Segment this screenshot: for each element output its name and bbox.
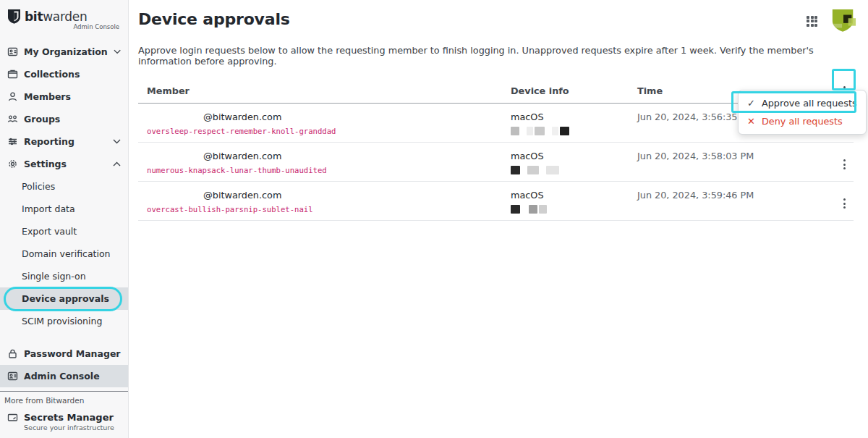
wordmark-light: warden — [43, 9, 87, 24]
main-content: Device approvals Approve login requests … — [129, 0, 868, 438]
page-description: Approve login requests below to allow th… — [138, 45, 854, 67]
deny-all-requests-menu-item[interactable]: ✕ Deny all requests — [739, 112, 866, 130]
collections-icon — [7, 69, 18, 80]
redacted-device-detail — [511, 126, 637, 135]
secrets-manager-subtitle: Secure your infrastructure — [7, 424, 121, 431]
sidebar-item-label: My Organization — [24, 46, 108, 57]
sidebar-item-password-manager[interactable]: Password Manager — [0, 342, 128, 365]
sidebar-item-domain-verification[interactable]: Domain verification — [0, 243, 128, 265]
sidebar-item-label: Policies — [22, 181, 55, 192]
device-fingerprint-phrase: oversleep-respect-remember-knoll-grandda… — [147, 127, 511, 135]
sidebar-item-label: Device approvals — [22, 293, 109, 304]
sidebar-item-collections[interactable]: Collections — [0, 63, 128, 85]
avatar[interactable] — [830, 7, 856, 35]
page-title: Device approvals — [138, 10, 854, 28]
person-icon — [7, 91, 18, 102]
sidebar-item-label: Export vault — [22, 226, 77, 237]
product-switcher: Password Manager Admin Console — [0, 342, 128, 387]
menu-item-label: Deny all requests — [762, 116, 843, 127]
more-from-bitwarden-label: More from Bitwarden — [0, 392, 128, 408]
reporting-icon — [7, 136, 18, 147]
menu-item-label: Approve all requests — [762, 98, 857, 109]
sidebar-item-device-approvals[interactable]: Device approvals — [0, 287, 128, 310]
sidebar-item-import-data[interactable]: Import data — [0, 198, 128, 220]
chevron-down-icon — [113, 139, 121, 144]
sidebar-item-admin-console[interactable]: Admin Console — [0, 365, 128, 387]
sidebar-item-label: Import data — [22, 203, 75, 214]
console-icon — [7, 371, 18, 382]
bulk-actions-dropdown: ✓ Approve all requests ✕ Deny all reques… — [738, 90, 867, 135]
sidebar-item-reporting[interactable]: Reporting — [0, 130, 128, 153]
device-fingerprint-phrase: numerous-knapsack-lunar-thumb-unaudited — [147, 166, 511, 174]
member-email: @bitwarden.com — [147, 151, 511, 161]
sidebar-item-members[interactable]: Members — [0, 85, 128, 108]
row-options-kebab-menu[interactable] — [835, 155, 854, 174]
sidebar-item-label: Groups — [24, 114, 60, 125]
secrets-manager-icon — [7, 412, 18, 423]
redacted-device-detail — [511, 165, 637, 174]
sidebar-item-label: Password Manager — [24, 348, 121, 359]
sidebar-item-settings[interactable]: Settings — [0, 153, 128, 175]
groups-icon — [7, 114, 18, 125]
sidebar-nav: My Organization Collections Members Grou… — [0, 41, 128, 332]
sidebar-item-label: Secrets Manager — [24, 412, 114, 423]
member-email: @bitwarden.com — [147, 111, 511, 122]
request-time: Jun 20, 2024, 3:58:03 PM — [637, 151, 827, 161]
bitwarden-wordmark: bitwarden — [25, 9, 87, 24]
request-time: Jun 20, 2024, 3:59:46 PM — [637, 190, 827, 201]
sidebar-item-label: Domain verification — [22, 248, 111, 259]
sidebar-item-my-organization[interactable]: My Organization — [0, 41, 128, 63]
sidebar: bitwarden Admin Console My Organization … — [0, 0, 129, 438]
device-fingerprint-phrase: overcast-bullish-parsnip-sublet-nail — [147, 205, 511, 214]
table-row: @bitwarden.com numerous-knapsack-lunar-t… — [138, 143, 854, 182]
product-switcher-grid-icon[interactable] — [807, 16, 817, 27]
wordmark-bold: bit — [25, 9, 43, 24]
checkmark-icon: ✓ — [747, 98, 755, 109]
sidebar-item-label: Single sign-on — [22, 271, 86, 282]
sidebar-item-label: Collections — [24, 69, 80, 80]
sidebar-item-export-vault[interactable]: Export vault — [0, 220, 128, 243]
member-email: @bitwarden.com — [147, 190, 511, 201]
sidebar-item-label: Admin Console — [24, 371, 100, 382]
device-os: macOS — [511, 111, 637, 122]
chevron-up-icon — [113, 161, 121, 167]
bitwarden-logo: bitwarden Admin Console — [0, 0, 128, 41]
column-header-device-info: Device info — [511, 85, 637, 96]
device-cell: macOS — [511, 111, 637, 135]
device-os: macOS — [511, 151, 637, 161]
column-header-member: Member — [147, 85, 511, 96]
sidebar-item-policies[interactable]: Policies — [0, 175, 128, 198]
lock-icon — [7, 348, 18, 359]
device-cell: macOS — [511, 151, 637, 174]
device-os: macOS — [511, 190, 637, 201]
gear-icon — [7, 159, 18, 169]
table-row: @bitwarden.com overcast-bullish-parsnip-… — [138, 182, 854, 221]
member-cell: @bitwarden.com overcast-bullish-parsnip-… — [147, 190, 511, 214]
device-cell: macOS — [511, 190, 637, 214]
organization-icon — [7, 46, 18, 57]
member-cell: @bitwarden.com numerous-knapsack-lunar-t… — [147, 151, 511, 174]
x-icon: ✕ — [747, 116, 755, 127]
bitwarden-shield-icon — [7, 9, 21, 24]
redacted-device-detail — [511, 204, 637, 214]
member-cell: @bitwarden.com oversleep-respect-remembe… — [147, 111, 511, 135]
sidebar-item-single-sign-on[interactable]: Single sign-on — [0, 265, 128, 287]
chevron-down-icon — [114, 49, 121, 54]
sidebar-item-label: Reporting — [24, 136, 75, 147]
sidebar-item-label: SCIM provisioning — [22, 316, 102, 327]
row-options-kebab-menu[interactable] — [835, 194, 854, 213]
sidebar-item-label: Members — [24, 91, 71, 102]
sidebar-item-scim-provisioning[interactable]: SCIM provisioning — [0, 310, 128, 332]
sidebar-item-groups[interactable]: Groups — [0, 108, 128, 130]
sidebar-item-secrets-manager[interactable]: Secrets Manager Secure your infrastructu… — [0, 408, 128, 431]
approve-all-requests-menu-item[interactable]: ✓ Approve all requests — [739, 94, 866, 112]
sidebar-spacer — [0, 332, 128, 342]
sidebar-item-label: Settings — [24, 159, 67, 169]
logo-subtitle: Admin Console — [7, 23, 121, 30]
header-actions — [807, 7, 856, 35]
